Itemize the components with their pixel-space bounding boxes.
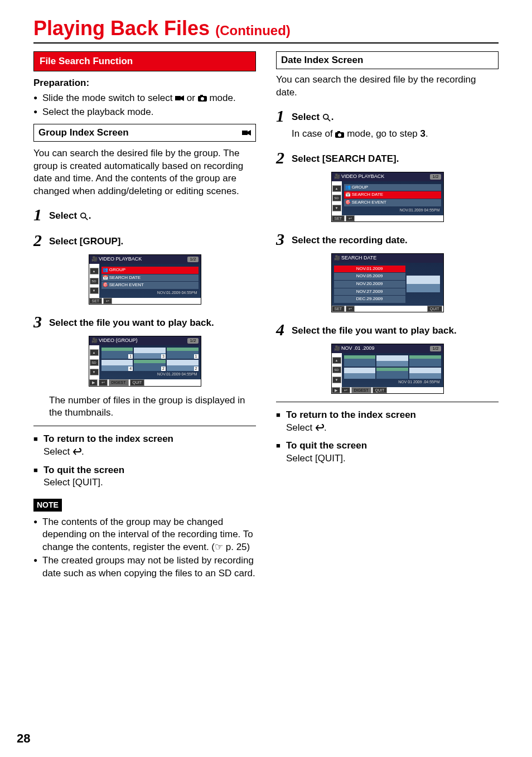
svg-line-10 bbox=[328, 118, 330, 120]
svg-rect-0 bbox=[175, 96, 181, 100]
menu-item-group: 👥 GROUP bbox=[101, 267, 199, 274]
return-index-bullet: To return to the index screen Select . bbox=[276, 409, 499, 434]
menu-title: VIDEO PLAYBACK bbox=[99, 256, 142, 263]
menu-back-button: ↩ bbox=[346, 306, 355, 312]
thumbnail: 2 bbox=[134, 360, 166, 371]
svg-rect-12 bbox=[337, 131, 340, 133]
step-number: 2 bbox=[33, 232, 49, 249]
menu-set-button: SET bbox=[332, 306, 345, 312]
menu-timestamp: NOV.01.2009 04:55PM bbox=[101, 371, 199, 377]
nav-up-icon: ▲ bbox=[332, 185, 341, 192]
svg-point-7 bbox=[81, 213, 86, 218]
thumbnail bbox=[376, 355, 408, 367]
date-list-menu-mock: 🎥 SEARCH DATE NOV.01.2009 NOV.05.2009 NO… bbox=[331, 253, 444, 312]
date-preview-thumb bbox=[407, 276, 440, 292]
date-desc: You can search the desired file by the r… bbox=[276, 74, 499, 99]
quit-screen-bullet: To quit the screen Select [QUIT]. bbox=[33, 464, 256, 489]
return-index-bullet: To return to the index screen Select . bbox=[33, 433, 256, 458]
menu-play-button: ▶ bbox=[89, 379, 98, 385]
menu-quit-button: QUIT bbox=[427, 306, 442, 312]
date-item: NOV.27.2009 bbox=[334, 288, 405, 296]
step-number: 4 bbox=[276, 321, 292, 338]
menu-icon: 🎥 bbox=[334, 255, 340, 262]
left-column: File Search Function Preparation: Slide … bbox=[33, 51, 256, 585]
title-rule bbox=[33, 42, 499, 44]
sd-indicator: SD bbox=[90, 278, 99, 285]
group-desc: You can search the desired file by the g… bbox=[33, 147, 256, 197]
thumbnail: 3 bbox=[134, 348, 166, 359]
title-main: Playing Back Files bbox=[33, 17, 210, 40]
nav-down-icon: ▼ bbox=[90, 287, 99, 294]
thumbnail-grid bbox=[344, 355, 441, 379]
separator bbox=[276, 402, 499, 402]
menu-play-button: ▶ bbox=[332, 387, 340, 393]
date-item: NOV.01.2009 bbox=[334, 266, 405, 273]
svg-point-13 bbox=[338, 133, 341, 137]
thumbnail bbox=[409, 368, 441, 379]
menu-item-search-event: 🎯 SEARCH EVENT bbox=[344, 199, 441, 206]
nav-up-icon: ▲ bbox=[90, 349, 99, 356]
sd-indicator: SD bbox=[332, 195, 341, 201]
nav-up-icon: ▲ bbox=[332, 357, 341, 364]
preparation-block: Preparation: Slide the mode switch to se… bbox=[33, 77, 256, 118]
menu-item-group: 👥 GROUP bbox=[344, 184, 441, 191]
note-label: NOTE bbox=[33, 499, 62, 511]
menu-item-search-event: 🎯 SEARCH EVENT bbox=[101, 282, 199, 289]
menu-timestamp: NOV.01.2009 04:55PM bbox=[344, 207, 441, 213]
date-select-menu-mock: 🎥 VIDEO PLAYBACK 1/2 ▲ SD ▼ 👥 GROUP 📅 SE… bbox=[331, 172, 444, 222]
menu-quit-button: QUIT bbox=[373, 387, 388, 393]
menu-title: SEARCH DATE bbox=[341, 255, 376, 262]
note-2: The created groups may not be listed by … bbox=[33, 555, 256, 580]
step-number: 1 bbox=[33, 206, 49, 223]
menu-digest-button: DIGEST bbox=[109, 379, 129, 385]
step-number: 1 bbox=[276, 108, 292, 124]
file-search-header: File Search Function bbox=[33, 51, 256, 71]
step-number: 3 bbox=[276, 231, 292, 248]
step-number: 2 bbox=[276, 150, 292, 166]
prep-item-playback: Select the playback mode. bbox=[33, 106, 256, 118]
thumbnail bbox=[409, 355, 441, 367]
menu-title: VIDEO PLAYBACK bbox=[341, 173, 384, 180]
search-icon bbox=[80, 210, 89, 223]
menu-icon: 🎥 bbox=[334, 173, 340, 180]
thumbnail-grid: 1 3 1 4 2 2 bbox=[101, 348, 199, 371]
svg-marker-6 bbox=[248, 130, 251, 136]
quit-screen-bullet: To quit the screen Select [QUIT]. bbox=[276, 440, 499, 465]
right-step-4: 4 Select the file you want to play back. bbox=[276, 321, 499, 338]
left-step-2: 2 Select [GROUP]. bbox=[33, 232, 256, 249]
step1-follow: In case of mode, go to step 3. bbox=[292, 128, 499, 141]
step3-follow: The number of files in the group is disp… bbox=[49, 394, 256, 420]
prep-item-mode: Slide the mode switch to select or mode. bbox=[33, 92, 256, 105]
right-step-1: 1 Select . bbox=[276, 108, 499, 124]
thumbnail: 2 bbox=[167, 360, 199, 371]
right-step-3: 3 Select the recording date. bbox=[276, 231, 499, 248]
page-number: 28 bbox=[17, 731, 30, 746]
nav-down-icon: ▼ bbox=[332, 377, 341, 383]
search-icon bbox=[322, 112, 331, 124]
svg-rect-3 bbox=[200, 95, 203, 97]
menu-back-button: ↩ bbox=[103, 298, 112, 304]
photo-mode-icon bbox=[335, 128, 344, 141]
date-item: NOV.20.2009 bbox=[334, 281, 405, 288]
step-number: 3 bbox=[33, 314, 49, 330]
sd-indicator: SD bbox=[332, 367, 341, 373]
thumbnail: 4 bbox=[101, 360, 133, 371]
svg-point-4 bbox=[201, 97, 204, 100]
menu-icon: 🎥 bbox=[91, 256, 98, 263]
title-continued: (Continued) bbox=[215, 23, 291, 38]
menu-title: NOV .01 .2009 bbox=[341, 345, 375, 352]
menu-back-button: ↩ bbox=[346, 215, 355, 221]
menu-page-indicator: 1/2 bbox=[187, 257, 198, 263]
svg-point-9 bbox=[323, 114, 328, 119]
separator bbox=[33, 426, 256, 426]
sd-indicator: SD bbox=[90, 359, 99, 366]
menu-set-button: SET bbox=[332, 215, 345, 221]
page-title: Playing Back Files (Continued) bbox=[33, 17, 499, 40]
video-mode-icon bbox=[175, 92, 184, 104]
menu-back-button: ↩ bbox=[341, 387, 350, 393]
svg-line-8 bbox=[85, 217, 88, 219]
svg-rect-5 bbox=[242, 131, 248, 135]
video-only-icon bbox=[242, 127, 251, 139]
menu-quit-button: QUIT bbox=[130, 379, 145, 385]
menu-page-indicator: 1/2 bbox=[187, 338, 198, 344]
